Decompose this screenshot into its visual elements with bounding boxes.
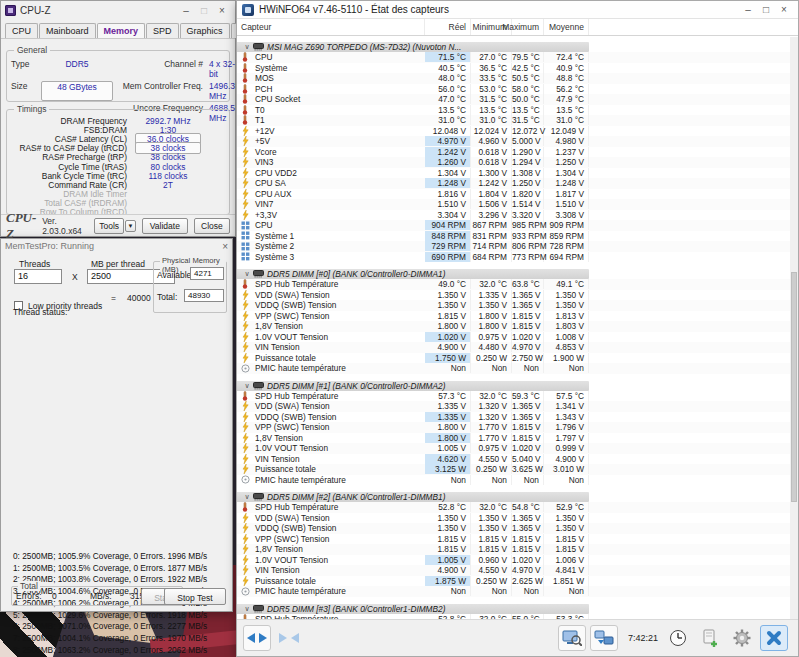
sensor-row[interactable]: Système 1848 RPM831 RPM933 RPM859 RPM — [237, 231, 790, 242]
sensor-row[interactable]: Puissance totale1.750 W0.250 W2.750 W1.9… — [237, 353, 790, 364]
sensor-row[interactable]: Puissance totale3.125 W0.250 W3.625 W3.0… — [237, 464, 790, 475]
sensor-group-header[interactable]: ∨DDR5 DIMM [#2] (BANK 0/Controller1-DIMM… — [237, 492, 589, 502]
remote-sensors-button[interactable] — [590, 625, 618, 651]
sensor-row[interactable]: PMIC haute températureNonNonNonNon — [237, 586, 790, 597]
close-button[interactable]: Close — [194, 218, 230, 234]
sensor-row[interactable]: VIN31.260 V0.618 V1.294 V1.250 V — [237, 157, 790, 168]
column-current[interactable]: Réel — [425, 19, 471, 35]
sensor-row[interactable]: T131.0 °C31.0 °C31.5 °C31.0 °C — [237, 115, 790, 126]
tab-spd[interactable]: SPD — [146, 23, 179, 38]
sensor-row[interactable]: CPU SA1.248 V1.242 V1.250 V1.248 V — [237, 178, 790, 189]
sensor-row[interactable]: MOS48.0 °C33.5 °C50.5 °C48.8 °C — [237, 73, 790, 84]
column-maximum[interactable]: Maximum — [512, 19, 544, 35]
sensor-row[interactable]: Système 3690 RPM684 RPM773 RPM694 RPM — [237, 252, 790, 263]
tab-cpu[interactable]: CPU — [5, 23, 38, 38]
column-average[interactable]: Moyenne — [544, 19, 589, 35]
tools-dropdown-icon[interactable]: ▼ — [125, 220, 136, 232]
sensor-row[interactable]: VDD (SWA) Tension1.350 V1.335 V1.365 V1.… — [237, 290, 790, 301]
sensor-row[interactable]: CPU Socket47.0 °C31.5 °C50.0 °C47.9 °C — [237, 94, 790, 105]
sensor-row[interactable]: SPD Hub Température52.8 °C32.0 °C54.8 °C… — [237, 502, 790, 513]
voltage-icon — [237, 290, 253, 300]
sensor-row[interactable]: +12V12.048 V12.024 V12.072 V12.049 V — [237, 126, 790, 137]
sensor-row[interactable]: PMIC haute températureNonNonNonNon — [237, 363, 790, 374]
sensor-row[interactable]: VPP (SWC) Tension1.800 V1.770 V1.815 V1.… — [237, 422, 790, 433]
sensor-row[interactable]: T013.5 °C13.5 °C13.5 °C13.5 °C — [237, 105, 790, 116]
voltage-icon — [237, 454, 253, 464]
sensor-row[interactable]: VPP (SWC) Tension1.815 V1.815 V1.815 V1.… — [237, 534, 790, 545]
sensor-row[interactable]: VDDQ (SWB) Tension1.350 V1.350 V1.365 V1… — [237, 523, 790, 534]
sensor-row[interactable]: PMIC haute températureNonNonNonNon — [237, 475, 790, 486]
sensor-row[interactable]: VIN Tension4.900 V4.550 V4.970 V4.841 V — [237, 565, 790, 576]
sensor-row[interactable]: 1.0V VOUT Tension1.005 V0.975 V1.020 V0.… — [237, 443, 790, 454]
sensor-row[interactable]: SPD Hub Température57.3 °C32.0 °C59.3 °C… — [237, 391, 790, 402]
sensor-row[interactable]: PCH56.0 °C53.0 °C58.0 °C56.2 °C — [237, 84, 790, 95]
sensor-row[interactable]: 1,8V Tension1.800 V1.770 V1.815 V1.797 V — [237, 433, 790, 444]
sensor-row[interactable]: CPU AUX1.816 V1.804 V1.820 V1.817 V — [237, 189, 790, 200]
minimize-icon[interactable]: – — [739, 2, 757, 18]
chevron-down-icon[interactable]: ∨ — [241, 493, 253, 501]
chevron-down-icon[interactable]: ∨ — [241, 382, 253, 390]
sensor-row[interactable]: Vcore1.242 V0.618 V1.290 V1.237 V — [237, 147, 790, 158]
sensor-row[interactable]: 1,8V Tension1.815 V1.815 V1.815 V1.815 V — [237, 544, 790, 555]
sensor-average-value: 1.343 V — [544, 412, 589, 422]
sensor-row[interactable]: CPU904 RPM867 RPM985 RPM909 RPM — [237, 220, 790, 231]
sensor-row[interactable]: VIN Tension4.900 V4.480 V4.970 V4.853 V — [237, 342, 790, 353]
group-gap — [237, 262, 790, 269]
sensor-average-value: 1.341 V — [544, 401, 589, 411]
stop-test-button[interactable]: Stop Test — [164, 588, 226, 605]
scrollbar-thumb[interactable] — [791, 272, 797, 502]
sensor-row[interactable]: VPP (SWC) Tension1.815 V1.800 V1.815 V1.… — [237, 311, 790, 322]
chevron-down-icon[interactable]: ∨ — [241, 270, 253, 278]
validate-button[interactable]: Validate — [142, 218, 188, 234]
clock-button[interactable] — [664, 625, 692, 651]
tab-memory[interactable]: Memory — [97, 23, 146, 38]
sensor-row[interactable]: 1.0V VOUT Tension1.020 V0.975 V1.020 V1.… — [237, 332, 790, 343]
tab-graphics[interactable]: Graphics — [180, 23, 230, 38]
size-value[interactable]: 48 GBytes — [41, 81, 113, 101]
column-sensor[interactable]: Capteur — [237, 19, 425, 35]
sensor-row[interactable]: CPU VDD21.304 V1.300 V1.308 V1.304 V — [237, 168, 790, 179]
close-icon[interactable]: × — [775, 2, 793, 18]
close-icon[interactable]: × — [222, 241, 228, 252]
sensor-row[interactable]: 1.0V VOUT Tension1.005 V0.960 V1.020 V1.… — [237, 555, 790, 566]
tools-button[interactable]: Tools — [94, 218, 124, 234]
sensor-row[interactable]: VIN71.510 V1.506 V1.514 V1.510 V — [237, 199, 790, 210]
sensor-row[interactable]: Système 2729 RPM714 RPM806 RPM728 RPM — [237, 241, 790, 252]
sensor-row[interactable]: SPD Hub Température49.0 °C32.0 °C63.8 °C… — [237, 279, 790, 290]
sensor-row[interactable]: CPU71.5 °C27.0 °C79.5 °C72.4 °C — [237, 52, 790, 63]
maximize-icon[interactable]: □ — [757, 2, 775, 18]
vertical-scrollbar[interactable] — [790, 37, 798, 619]
system-summary-button[interactable] — [558, 625, 586, 651]
sensor-average-value: 1.248 V — [544, 178, 589, 188]
sensor-row[interactable]: VDDQ (SWB) Tension1.350 V1.350 V1.365 V1… — [237, 300, 790, 311]
sensor-row[interactable]: +3,3V3.304 V3.296 V3.320 V3.308 V — [237, 210, 790, 221]
sensor-average-value: 4.841 V — [544, 565, 589, 575]
sensor-group-header[interactable]: ∨DDR5 DIMM [#3] (BANK 0/Controller1-DIMM… — [237, 604, 589, 614]
memtest-titlebar[interactable]: MemTestPro: Running × — [1, 239, 232, 253]
minimize-icon[interactable]: – — [177, 3, 195, 19]
sensor-row[interactable]: 1,8V Tension1.800 V1.800 V1.815 V1.803 V — [237, 321, 790, 332]
close-sensors-button[interactable] — [760, 625, 788, 651]
sensor-row[interactable]: VIN Tension4.620 V4.550 V5.040 V4.900 V — [237, 454, 790, 465]
sensor-row[interactable]: VDD (SWA) Tension1.350 V1.350 V1.365 V1.… — [237, 513, 790, 524]
sensor-average-value: 31.0 °C — [544, 115, 589, 125]
sensor-group-header[interactable]: ∨DDR5 DIMM [#1] (BANK 0/Controller0-DIMM… — [237, 381, 589, 391]
navigate-arrows-button[interactable] — [243, 625, 271, 651]
cpuz-titlebar[interactable]: CPU-Z – □ × — [1, 1, 235, 20]
sensor-minimum-value: 1.350 V — [471, 300, 512, 310]
sensor-group-header[interactable]: ∨DDR5 DIMM [#0] (BANK 0/Controller0-DIMM… — [237, 269, 589, 279]
hwinfo-titlebar[interactable]: HWiNFO64 v7.46-5110 - État des capteurs … — [237, 1, 798, 19]
settings-button[interactable] — [728, 625, 756, 651]
sensor-row[interactable]: Système40.5 °C36.5 °C42.5 °C40.9 °C — [237, 63, 790, 74]
sensor-row[interactable]: +5V4.970 V4.960 V5.000 V4.980 V — [237, 136, 790, 147]
tab-mainboard[interactable]: Mainboard — [39, 23, 96, 38]
report-button[interactable] — [696, 625, 724, 651]
chevron-down-icon[interactable]: ∨ — [241, 43, 253, 51]
chevron-down-icon[interactable]: ∨ — [241, 605, 253, 613]
sensor-row[interactable]: Puissance totale1.875 W0.250 W2.625 W1.8… — [237, 576, 790, 587]
threads-input[interactable]: 16 — [14, 269, 62, 284]
sensor-row[interactable]: VDDQ (SWB) Tension1.335 V1.320 V1.365 V1… — [237, 412, 790, 423]
sensor-row[interactable]: VDD (SWA) Tension1.335 V1.320 V1.365 V1.… — [237, 401, 790, 412]
close-icon[interactable]: × — [213, 3, 231, 19]
sensor-group-header[interactable]: ∨MSI MAG Z690 TORPEDO (MS-7D32) (Nuvoton… — [237, 42, 589, 52]
